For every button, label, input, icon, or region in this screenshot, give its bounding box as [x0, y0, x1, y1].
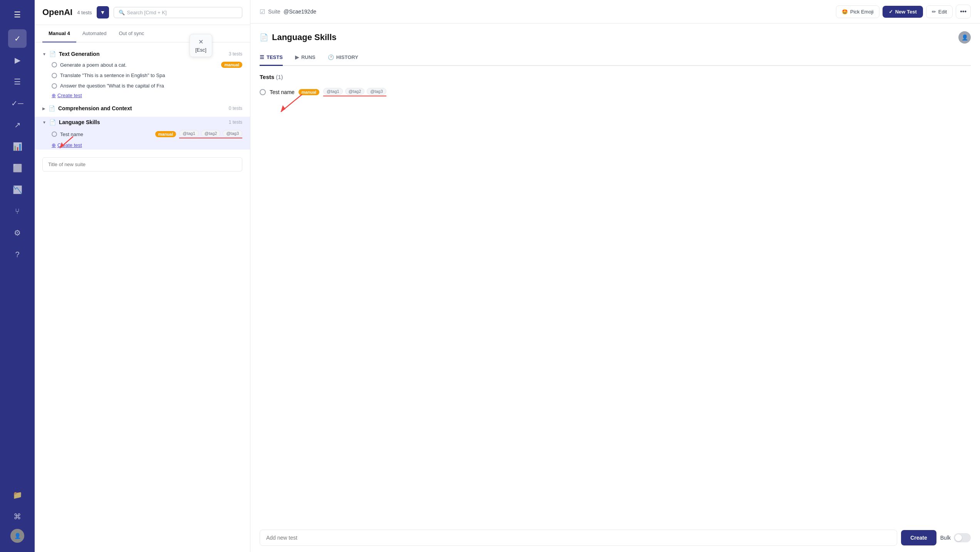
sidebar-content: ▼ 📄 Text Generation 3 tests Generate a p… [35, 42, 250, 552]
pick-emoji-button[interactable]: 🤩 Pick Emoji [836, 5, 879, 18]
test-label: Test name [60, 131, 152, 137]
tab-manual[interactable]: Manual 4 [42, 25, 76, 42]
nav-play[interactable]: ▶ [8, 51, 27, 69]
nav-branch[interactable]: ⑂ [8, 202, 27, 220]
page-title: Language Skills [272, 32, 337, 42]
suite-icon: 📄 [49, 51, 56, 57]
search-placeholder: Search [Cmd + K] [127, 10, 167, 15]
create-test-label: Create test [57, 142, 82, 148]
edit-label: Edit [938, 9, 947, 15]
suite-language-skills-header[interactable]: ▼ 📄 Language Skills 1 tests [35, 117, 250, 128]
tab-history[interactable]: 🕐 HISTORY [328, 50, 358, 66]
suite-text-generation-header[interactable]: ▼ 📄 Text Generation 3 tests [35, 49, 250, 59]
bulk-label: Bulk [940, 535, 951, 541]
suite-icon: 📄 [49, 105, 55, 111]
nav-terminal[interactable]: ⬜ [8, 159, 27, 177]
create-button[interactable]: Create [901, 530, 936, 545]
create-test-label: Create test [57, 93, 82, 98]
manual-badge: manual [155, 131, 176, 137]
emoji-icon: 🤩 [842, 9, 848, 15]
runs-tab-label: RUNS [301, 54, 315, 60]
edit-button[interactable]: ✏ Edit [926, 5, 953, 18]
list-icon: ☰ [260, 54, 264, 60]
user-avatar[interactable]: 👤 [958, 31, 971, 44]
suite-count: 3 tests [229, 51, 242, 57]
main-test-section: Test name manual @tag1 @tag2 @tag3 [260, 85, 971, 99]
test-radio [52, 62, 57, 67]
sidebar: OpenAI 4 tests ▼ 🔍 Search [Cmd + K] ✕ [E… [35, 0, 250, 552]
esc-popup[interactable]: ✕ [Esc] [190, 34, 212, 57]
nav-bars[interactable]: 📉 [8, 180, 27, 199]
suite-comprehension: ▶ 📄 Comprehension and Context 0 tests [35, 103, 250, 114]
bulk-toggle: Bulk [940, 533, 971, 542]
tests-count: 4 tests [77, 10, 92, 15]
language-skills-test-item[interactable]: Test name manual @tag1 @tag2 @tag3 [35, 128, 250, 141]
test-item[interactable]: Answer the question "What is the capital… [35, 81, 250, 91]
tests-section-header: Tests (1) [260, 66, 971, 85]
main-content: ☑ Suite @Scae192de 🤩 Pick Emoji ✓ New Te… [250, 0, 980, 552]
checkmark-icon: ✓ [889, 9, 893, 15]
test-label: Translate "This is a sentence in English… [60, 72, 242, 78]
app-title: OpenAI [42, 7, 72, 17]
suite-name: Comprehension and Context [58, 105, 226, 111]
tab-runs[interactable]: ▶ RUNS [295, 50, 315, 66]
plus-icon: ⊕ [52, 142, 56, 148]
main-tag-2: @tag2 [345, 88, 365, 95]
sidebar-header: OpenAI 4 tests ▼ 🔍 Search [Cmd + K] [35, 0, 250, 25]
nav-tasks[interactable]: ✓─ [8, 94, 27, 113]
new-test-button[interactable]: ✓ New Test [883, 6, 923, 18]
main-tag-3: @tag3 [367, 88, 386, 95]
main-manual-badge: manual [299, 89, 320, 95]
suite-id: @Scae192de [284, 8, 316, 15]
create-test-link[interactable]: ⊕ Create test [35, 91, 250, 100]
chevron-down-icon: ▼ [42, 52, 46, 56]
suite-count: 1 tests [229, 119, 242, 125]
create-test-link-language[interactable]: ⊕ Create test [35, 141, 250, 150]
suite-language-skills: ▼ 📄 Language Skills 1 tests Test name ma… [35, 117, 250, 150]
nav-steps[interactable]: ↗ [8, 116, 27, 134]
nav-command[interactable]: ⌘ [8, 507, 27, 526]
check-square-icon: ☑ [260, 8, 265, 15]
nav-settings[interactable]: ⚙ [8, 224, 27, 242]
more-options-button[interactable]: ••• [956, 5, 971, 19]
test-label: Answer the question "What is the capital… [60, 83, 242, 89]
bulk-toggle-switch[interactable] [954, 533, 971, 542]
ellipsis-icon: ••• [960, 8, 967, 15]
svg-marker-3 [281, 105, 285, 112]
add-test-input[interactable] [260, 530, 897, 546]
esc-close-icon: ✕ [198, 38, 203, 45]
plus-icon: ⊕ [52, 93, 56, 98]
content-tabs: ☰ TESTS ▶ RUNS 🕐 HISTORY [260, 50, 971, 66]
tab-tests[interactable]: ☰ TESTS [260, 50, 283, 66]
test-radio [52, 131, 57, 137]
tag-badge-3: @tag3 [223, 130, 242, 137]
nav-help[interactable]: ? [8, 245, 27, 264]
suite-comprehension-header[interactable]: ▶ 📄 Comprehension and Context 0 tests [35, 103, 250, 114]
tab-automated[interactable]: Automated [76, 25, 113, 42]
suite-name: Language Skills [59, 119, 226, 125]
page-title-row: 📄 Language Skills 👤 [260, 24, 971, 44]
play-icon: ▶ [295, 54, 299, 60]
main-tag-1: @tag1 [323, 88, 343, 95]
new-suite-input[interactable] [42, 157, 242, 172]
nav-folder[interactable]: 📁 [8, 486, 27, 504]
main-test-row[interactable]: Test name manual @tag1 @tag2 @tag3 [260, 85, 971, 99]
filter-button[interactable]: ▼ [97, 6, 109, 19]
esc-label: [Esc] [195, 47, 206, 53]
test-item[interactable]: Generate a poem about a cat. manual [35, 59, 250, 70]
manual-badge: manual [221, 62, 242, 68]
tab-out-of-sync[interactable]: Out of sync [113, 25, 151, 42]
main-test-radio [260, 89, 266, 95]
suite-label: Suite [268, 8, 280, 15]
bottom-bar: Create Bulk [260, 523, 971, 552]
search-icon: 🔍 [119, 10, 125, 15]
user-avatar-nav[interactable]: 👤 [10, 529, 24, 543]
nav-chart[interactable]: 📊 [8, 137, 27, 156]
hamburger-menu[interactable]: ☰ [10, 6, 25, 23]
test-label: Generate a poem about a cat. [60, 62, 218, 68]
test-item[interactable]: Translate "This is a sentence in English… [35, 70, 250, 81]
nav-list[interactable]: ☰ [8, 72, 27, 91]
pick-emoji-label: Pick Emoji [850, 9, 874, 15]
nav-checkmark[interactable]: ✓ [8, 29, 27, 48]
search-box[interactable]: 🔍 Search [Cmd + K] [114, 7, 242, 18]
